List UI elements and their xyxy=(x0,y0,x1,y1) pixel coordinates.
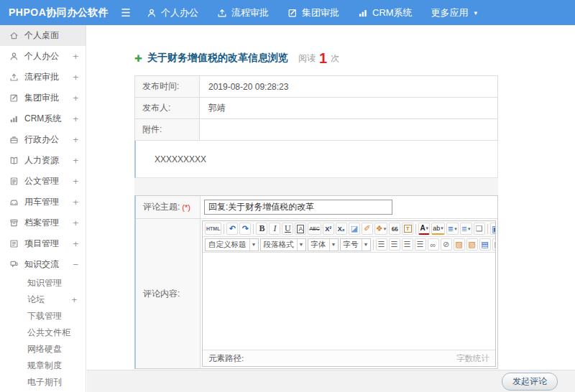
comment-content-label: 评论内容: xyxy=(143,288,180,300)
sidebar-subitem-forum[interactable]: 论坛+ xyxy=(0,291,86,308)
sidebar-subitem-e-journal[interactable]: 电子期刊 xyxy=(0,374,86,391)
menu-toggle-icon[interactable]: ☰ xyxy=(114,6,138,19)
table-button[interactable]: ▦ xyxy=(492,238,496,251)
superscript-button[interactable]: X² xyxy=(323,223,334,235)
custom-heading-select[interactable]: 自定义标题▼ xyxy=(205,238,259,251)
unordered-list-button[interactable]: ≣▾ xyxy=(460,223,472,235)
html-source-button[interactable]: HTML xyxy=(205,223,221,235)
sidebar-item-label: 个人桌面 xyxy=(24,29,78,42)
sidebar-item-knowledge-exchange[interactable]: 知识交流− xyxy=(0,254,86,275)
format-brush-button[interactable]: ✐ xyxy=(362,223,373,235)
expand-plus-icon[interactable]: + xyxy=(73,197,78,207)
comment-subject-input[interactable] xyxy=(204,200,392,215)
ordered-list-button[interactable]: ≣▾ xyxy=(446,223,459,235)
sidebar-item-group-approval[interactable]: 集团审批+ xyxy=(0,88,86,108)
sidebar-item-personal-desktop[interactable]: 个人桌面 xyxy=(0,25,86,46)
expand-plus-icon[interactable]: + xyxy=(73,176,78,187)
redo-button[interactable]: ↷ xyxy=(239,223,251,235)
nav-item-crm-system[interactable]: CRM系统 xyxy=(358,6,413,19)
editor-body[interactable] xyxy=(203,253,495,350)
expand-plus-icon[interactable]: + xyxy=(71,294,77,305)
paragraph-format-select[interactable]: 段落格式▼ xyxy=(260,238,306,251)
user-icon xyxy=(147,8,157,18)
expand-plus-icon[interactable]: + xyxy=(73,72,78,83)
plus-icon: ✚ xyxy=(134,53,142,64)
sidebar-item-project-management[interactable]: 项目管理+ xyxy=(0,233,86,254)
nav-item-personal-office[interactable]: 个人办公 xyxy=(147,6,198,19)
sidebar-subitem-public-file-cabinet[interactable]: 公共文件柜 xyxy=(0,325,86,341)
underline-button[interactable]: U xyxy=(282,223,293,235)
align-center-button[interactable]: ☰ xyxy=(389,238,400,251)
sidebar-item-label: 项目管理 xyxy=(24,238,73,250)
sidebar: 个人桌面个人办公+流程审批+集团审批+CRM系统+行政办公+人力资源+公文管理+… xyxy=(0,25,86,392)
align-justify-button[interactable]: ☰ xyxy=(415,238,426,251)
sidebar-subitem-knowledge-management[interactable]: 知识管理 xyxy=(0,275,86,291)
sidebar-subitem-rules-regulations[interactable]: 规章制度 xyxy=(0,358,86,374)
expand-plus-icon[interactable]: + xyxy=(73,51,78,62)
toolbar-separator xyxy=(253,224,254,234)
nav-item-group-approval[interactable]: 集团审批 xyxy=(288,6,339,19)
sidebar-item-admin-office[interactable]: 行政办公+ xyxy=(0,129,86,150)
align-right-button[interactable]: ☰ xyxy=(402,238,413,251)
article-info-table: 发布时间:2019-08-20 09:28:23发布人:郭靖附件: xyxy=(134,75,498,141)
read-count: 1 xyxy=(319,52,327,65)
highlight-button[interactable]: ab▾ xyxy=(431,223,445,235)
expand-plus-icon[interactable]: + xyxy=(73,134,78,145)
nav-item-label: 集团审批 xyxy=(302,6,339,19)
upload-icon xyxy=(9,73,19,82)
italic-button[interactable]: I xyxy=(269,223,280,235)
font-size-select-label: 字号 xyxy=(341,240,362,250)
sidebar-item-document-management[interactable]: 公文管理+ xyxy=(0,171,86,192)
sidebar-item-human-resources[interactable]: 人力资源+ xyxy=(0,150,86,171)
font-family-select[interactable]: 字体▼ xyxy=(308,238,339,251)
expand-plus-icon[interactable]: + xyxy=(73,218,78,228)
fullscreen-button[interactable]: ▣ xyxy=(490,223,495,235)
bold-button[interactable]: B xyxy=(256,223,267,235)
nav-item-workflow-approval[interactable]: 流程审批 xyxy=(217,6,269,19)
eraser-button[interactable]: ◪ xyxy=(349,223,360,235)
image-upload-button[interactable]: ▧ xyxy=(466,238,478,251)
nav-item-more-apps[interactable]: 更多应用▾ xyxy=(431,6,478,19)
collapse-minus-icon[interactable]: − xyxy=(73,259,78,270)
expand-plus-icon[interactable]: + xyxy=(73,93,78,103)
strikethrough-button[interactable]: ABC xyxy=(308,223,321,235)
expand-plus-icon[interactable]: + xyxy=(73,113,78,124)
sidebar-subitem-download-management[interactable]: 下载管理 xyxy=(0,308,86,325)
app-logo: PHPOA协同办公软件 xyxy=(0,6,114,19)
unlink-button[interactable]: ⊘ xyxy=(441,238,452,251)
comment-subject-value-cell xyxy=(201,196,497,218)
text-style-button[interactable]: ❖▾ xyxy=(374,223,387,235)
expand-plus-icon[interactable]: + xyxy=(73,155,78,166)
sidebar-subitem-label: 电子期刊 xyxy=(27,376,62,388)
sidebar-item-crm-system[interactable]: CRM系统+ xyxy=(0,108,86,129)
new-page-button[interactable]: ❏ xyxy=(474,223,485,235)
font-color-button[interactable]: A▾ xyxy=(418,223,430,235)
image-button[interactable]: ▨ xyxy=(454,238,465,251)
read-unit: 次 xyxy=(331,52,339,65)
sidebar-item-label: 档案管理 xyxy=(24,217,73,229)
paste-text-button[interactable]: T xyxy=(402,223,413,235)
car-icon xyxy=(9,197,19,207)
expand-plus-icon[interactable]: + xyxy=(73,238,78,249)
sidebar-item-vehicle-management[interactable]: 用车管理+ xyxy=(0,192,86,213)
undo-button[interactable]: ↶ xyxy=(226,223,238,235)
edit-square-icon xyxy=(9,93,19,103)
sidebar-item-personal-office[interactable]: 个人办公+ xyxy=(0,46,86,67)
submit-comment-button[interactable]: 发起评论 xyxy=(502,373,558,391)
sidebar-item-archive-management[interactable]: 档案管理+ xyxy=(0,213,86,233)
media-button[interactable]: ▤ xyxy=(479,238,491,251)
align-left-button[interactable]: ☰ xyxy=(376,238,387,251)
sidebar-item-label: 知识交流 xyxy=(24,258,73,271)
blockquote-button[interactable]: 66 xyxy=(389,223,400,235)
sidebar-item-workflow-approval[interactable]: 流程审批+ xyxy=(0,67,86,88)
font-size-select[interactable]: 字号▼ xyxy=(340,238,371,251)
char-border-button[interactable]: A xyxy=(295,223,306,235)
info-value: 2019-08-20 09:28:23 xyxy=(200,76,498,98)
link-button[interactable]: ∞ xyxy=(428,238,439,251)
sidebar-subitem-network-disk[interactable]: 网络硬盘 xyxy=(0,341,86,358)
paragraph-format-select-label: 段落格式 xyxy=(261,240,297,250)
subscript-button[interactable]: X₂ xyxy=(336,223,347,235)
font-family-select-label: 字体 xyxy=(308,240,329,250)
sidebar-subitem-label: 下载管理 xyxy=(27,310,62,322)
toolbar-separator xyxy=(487,224,488,234)
